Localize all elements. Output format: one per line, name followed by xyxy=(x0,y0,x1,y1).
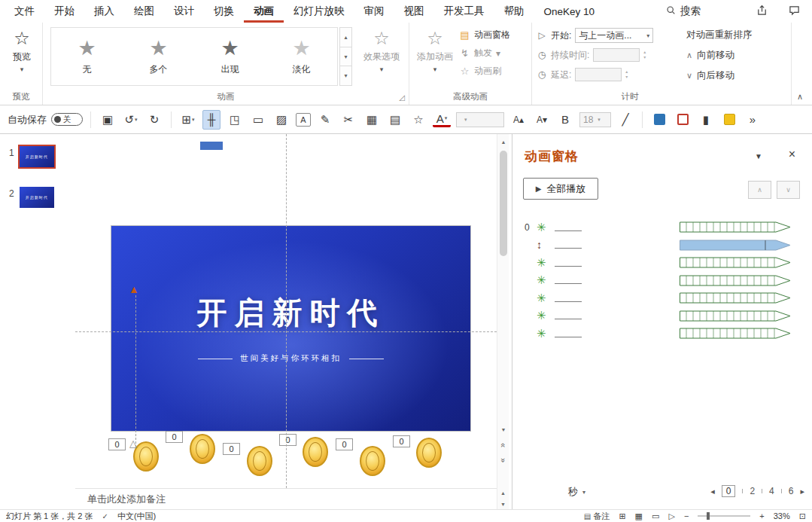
animation-item-row[interactable]: ✳ xyxy=(525,325,668,343)
notes-button[interactable]: ▤ 备注 xyxy=(584,511,610,522)
timeline-bar[interactable] xyxy=(680,307,794,325)
timeline-scale[interactable]: ◂ 0 2 4 6 ▸ xyxy=(710,485,804,497)
animation-order-badge[interactable]: 0 xyxy=(393,435,410,447)
tab-file[interactable]: 文件 xyxy=(5,0,44,23)
timeline-bar-selected[interactable] xyxy=(680,237,794,255)
proofing-icon[interactable]: ✓ xyxy=(102,512,108,520)
motion-path-line[interactable] xyxy=(135,295,136,447)
grow-font-icon[interactable]: A▴ xyxy=(509,110,528,130)
gallery-item-appear[interactable]: ★ 出现 xyxy=(194,28,266,85)
align-center-icon[interactable]: ╫ xyxy=(202,110,220,130)
effect-options-button[interactable]: ☆ 效果选项 ▾ xyxy=(357,29,406,73)
timeline-right-arrow-icon[interactable]: ▸ xyxy=(800,487,804,496)
scrollbar-thumb[interactable] xyxy=(500,151,507,256)
selected-shape-f ragment[interactable] xyxy=(200,142,223,150)
shape-fill-swatch[interactable] xyxy=(650,110,668,130)
timeline-bar[interactable] xyxy=(680,289,794,307)
gallery-scroll-up[interactable]: ▴ xyxy=(339,27,352,47)
reading-view-icon[interactable]: ▭ xyxy=(652,511,659,521)
move-earlier-button[interactable]: ∧ 向前移动 xyxy=(686,49,789,62)
notes-scrollbar[interactable]: ▲ ▼ xyxy=(497,488,509,509)
bold-icon[interactable]: B xyxy=(556,110,574,130)
group-objects-icon[interactable]: ▦ xyxy=(363,110,381,130)
coin-shape[interactable] xyxy=(303,437,328,467)
more-commands-icon[interactable]: » xyxy=(744,110,762,130)
tab-insert[interactable]: 插入 xyxy=(84,0,124,23)
gallery-item-none[interactable]: ★ 无 xyxy=(51,28,123,85)
scroll-up-icon[interactable]: ▲ xyxy=(500,490,506,496)
canvas-scrollbar[interactable]: ▲ ▼ « » xyxy=(497,134,509,488)
font-size-combo[interactable]: 18▾ xyxy=(579,112,611,127)
timeline-left-arrow-icon[interactable]: ◂ xyxy=(710,487,715,496)
collapse-ribbon-icon[interactable]: ∧ xyxy=(797,92,803,102)
tab-transitions[interactable]: 切换 xyxy=(204,0,244,23)
previous-slide-button[interactable]: « xyxy=(497,438,509,452)
tab-draw[interactable]: 绘图 xyxy=(124,0,164,23)
animation-order-badge[interactable]: 0 xyxy=(108,438,126,450)
move-down-button[interactable]: ∨ xyxy=(777,181,800,199)
zoom-level[interactable]: 33% xyxy=(774,511,790,520)
crop-icon[interactable]: ✂ xyxy=(339,110,357,130)
pane-close-icon[interactable]: × xyxy=(789,148,795,161)
slide-title-text[interactable]: 开启新时代 xyxy=(197,292,385,334)
tab-animations[interactable]: 动画 xyxy=(244,0,284,23)
animation-order-badge[interactable]: 0 xyxy=(166,431,183,443)
animation-order-badge[interactable]: 0 xyxy=(279,434,297,446)
preview-button[interactable]: ☆ 预览 ▾ xyxy=(6,29,38,73)
slide-editing-canvas[interactable]: 开启新时代 世间美好与你环环相扣 ▲ △ 0 0 0 0 0 0 xyxy=(75,134,497,488)
dialog-launcher-icon[interactable]: ◿ xyxy=(399,94,405,102)
zoom-slider-thumb[interactable] xyxy=(707,512,710,520)
share-icon[interactable] xyxy=(756,5,768,18)
animation-item-row[interactable]: ✳ xyxy=(525,254,668,272)
animation-item-row[interactable]: ✳ xyxy=(525,272,668,290)
draw-line-icon[interactable]: ╱ xyxy=(616,110,634,130)
move-up-button[interactable]: ∧ xyxy=(748,181,771,199)
animation-painter-button[interactable]: ☆ 动画刷 xyxy=(459,65,530,78)
gallery-item-fade[interactable]: ★ 淡化 xyxy=(266,28,337,85)
scroll-down-icon[interactable]: ▼ xyxy=(497,423,509,435)
tab-review[interactable]: 审阅 xyxy=(354,0,394,23)
animation-pane-button[interactable]: ▤ 动画窗格 xyxy=(459,29,530,41)
zoom-slider[interactable] xyxy=(698,515,750,517)
delay-spinner[interactable]: ▴▾ xyxy=(625,69,628,80)
undo-icon[interactable]: ↺▾ xyxy=(122,110,140,130)
timeline-bar[interactable] xyxy=(680,254,794,272)
shrink-font-icon[interactable]: A▾ xyxy=(533,110,551,130)
notes-area[interactable]: 单击此处添加备注 xyxy=(75,488,497,509)
save-icon[interactable]: ▣ xyxy=(99,110,117,130)
gallery-scroll-down[interactable]: ▾ xyxy=(339,47,352,67)
coin-shape[interactable] xyxy=(133,441,159,472)
tab-design[interactable]: 设计 xyxy=(164,0,204,23)
scroll-up-icon[interactable]: ▲ xyxy=(497,136,509,148)
timeline-bar[interactable] xyxy=(680,272,794,290)
pane-menu-caret-icon[interactable]: ▼ xyxy=(755,152,762,160)
play-all-button[interactable]: ▶ 全部播放 xyxy=(523,178,598,200)
comments-icon[interactable] xyxy=(789,5,800,18)
gallery-more-button[interactable]: ▾ xyxy=(339,66,352,86)
timeline-position-box[interactable]: 0 xyxy=(722,485,736,497)
tab-help[interactable]: 帮助 xyxy=(494,0,534,23)
animation-order-badge[interactable]: 0 xyxy=(336,438,353,450)
animation-item-row[interactable]: ✳ xyxy=(525,307,668,325)
scroll-down-icon[interactable]: ▼ xyxy=(500,502,506,507)
zoom-out-icon[interactable]: − xyxy=(684,511,689,520)
shape-outline-swatch[interactable] xyxy=(674,110,692,130)
fit-to-window-icon[interactable]: ⊡ xyxy=(799,511,806,521)
autosave-toggle[interactable]: 自动保存 关 xyxy=(8,113,83,127)
search-box[interactable]: 搜索 xyxy=(658,0,708,23)
timeline-bar[interactable] xyxy=(680,218,794,237)
ink-pen-icon[interactable]: ✎ xyxy=(316,110,334,130)
next-slide-button[interactable]: » xyxy=(497,453,509,467)
animation-item-row[interactable]: ✳ xyxy=(525,289,668,307)
tab-view[interactable]: 视图 xyxy=(394,0,434,23)
slide-thumbnail-2[interactable]: 开启新时代 xyxy=(20,187,54,208)
duration-field[interactable] xyxy=(593,48,640,62)
font-name-combo[interactable]: ▾ xyxy=(456,112,504,127)
animation-order-badge[interactable]: 0 xyxy=(223,443,240,455)
language-button[interactable]: 中文(中国) xyxy=(117,511,156,522)
delay-field[interactable] xyxy=(575,68,622,81)
seconds-dropdown[interactable]: 秒 ▾ xyxy=(568,485,585,499)
motion-path-start-marker[interactable]: ▲ xyxy=(129,284,139,295)
tab-home[interactable]: 开始 xyxy=(44,0,84,23)
arrange-objects-icon[interactable]: ▤ xyxy=(386,110,404,130)
